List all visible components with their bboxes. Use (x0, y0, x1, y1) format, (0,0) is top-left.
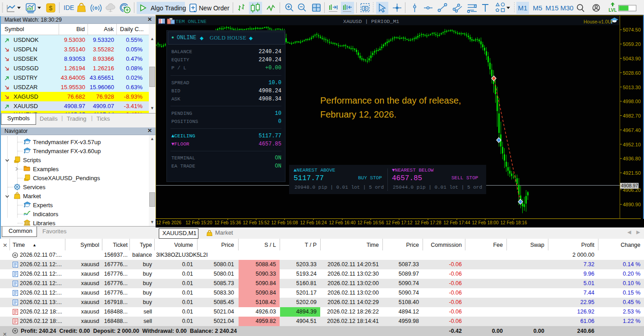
svg-text:M1: M1 (518, 4, 528, 12)
svg-text:New Order: New Order (199, 5, 230, 12)
svg-text:M30: M30 (560, 4, 573, 12)
svg-text:M5: M5 (533, 4, 543, 12)
svg-text:Algo Trading: Algo Trading (151, 5, 186, 12)
svg-text:LVL: LVL (608, 8, 616, 13)
svg-text:$: $ (49, 5, 53, 12)
svg-text:M15: M15 (545, 4, 558, 12)
svg-text:IDE: IDE (64, 4, 74, 11)
